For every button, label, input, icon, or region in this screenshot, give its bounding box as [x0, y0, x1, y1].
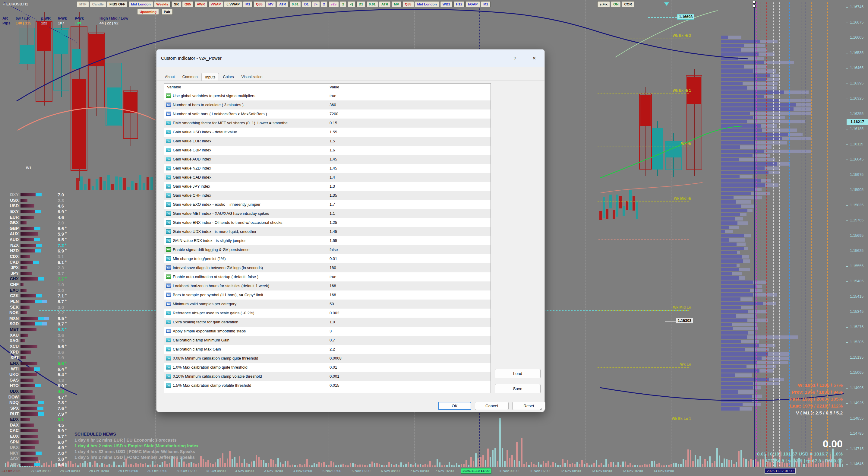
toolbar-button-m1[interactable]: M1 [481, 1, 491, 7]
table-row[interactable]: ½Min change to log/persist (1%)0.01 [164, 254, 491, 263]
toolbar-button-fibs-off[interactable]: FIBS OFF [107, 1, 127, 7]
toolbar-button-weekly[interactable]: Weekly [154, 1, 170, 7]
toolbar-button-item[interactable]: <| [348, 1, 355, 7]
toolbar-button-mv[interactable]: MV [266, 1, 276, 7]
table-row[interactable]: ½Gain value EXO index - exotic = inheren… [164, 200, 491, 209]
ok-button[interactable]: OK [438, 402, 471, 410]
table-row[interactable]: ½Gain value ENX index - Oil tends to tre… [164, 218, 491, 227]
toolbar-button-sr[interactable]: SR [172, 1, 181, 7]
toolbar-button-d1[interactable]: D1 [302, 1, 311, 7]
toolbar-button-q85[interactable]: Q85 [402, 1, 414, 7]
time-axis[interactable]: 24 Oct 202527 Oct 08:0028 Oct 00:0028 Oc… [0, 467, 868, 476]
symbol-dropdown-icon[interactable]: ▼ [2, 3, 5, 6]
resize-grip[interactable] [540, 407, 543, 410]
toolbar-button-2[interactable]: 2 [321, 1, 328, 7]
marker-triangle-icon [664, 2, 669, 6]
table-row[interactable]: ½1.5% Max calibration clamp volatile thr… [164, 381, 491, 390]
table-row[interactable]: ½Reference abs-pct used to scale gains (… [164, 308, 491, 318]
table-row[interactable]: ½Gain value JPY index1.3 [164, 182, 491, 191]
tab-visualization[interactable]: Visualization [238, 73, 266, 81]
tab-common[interactable]: Common [179, 73, 202, 81]
mini-candle [84, 184, 87, 190]
toolbar-button-atr[interactable]: ATR [277, 1, 288, 7]
save-button[interactable]: Save [495, 384, 540, 393]
dialog-titlebar[interactable]: Custom Indicator - v2v_Power ? ✕ [156, 50, 545, 67]
price-axis[interactable]: 1.167451.166751.166051.165351.164651.163… [846, 0, 868, 467]
dialog-close-button[interactable]: ✕ [529, 54, 539, 63]
table-row[interactable]: ½0.08% Minimum calibration clamp quite t… [164, 354, 491, 363]
tab-colors[interactable]: Colors [219, 73, 237, 81]
table-row[interactable]: ½Gain value EUR index1.5 [164, 137, 491, 146]
dialog-help-button[interactable]: ? [510, 54, 520, 63]
table-row[interactable]: ½1.0% Max calibration clamp quite thresh… [164, 363, 491, 372]
volume-bar [137, 464, 139, 467]
table-row[interactable]: Enable sigma drift logging & GV persiste… [164, 245, 491, 254]
toolbar-button-cor[interactable]: COR [622, 1, 634, 7]
table-row[interactable]: ½Gain value AUD index1.45 [164, 155, 491, 164]
table-row[interactable]: 123Number of bars to calculate ( 3 minut… [164, 100, 491, 110]
table-row[interactable]: ½Gain value CAD index1.4 [164, 173, 491, 182]
weekly-level-line [597, 147, 689, 147]
row-variable-name: Gain value USD index - default value [173, 130, 237, 134]
strength-value: 6.9 [45, 383, 64, 388]
table-row[interactable]: ½Gain value USD index - default value1.5… [164, 128, 491, 137]
toolbar-button-0-61[interactable]: 0.61 [289, 1, 301, 7]
volume-bar [461, 464, 462, 467]
table-row[interactable]: ½Gain value CHF index1.35 [164, 191, 491, 200]
toolbar-button-hgap[interactable]: hGAP [466, 1, 480, 7]
volume-bar [415, 463, 416, 467]
cancel-button[interactable]: Cancel [475, 402, 508, 410]
toolbar-button-atr[interactable]: ATR [379, 1, 391, 7]
table-row[interactable]: 123Number of safe bars ( LookbackBars > … [164, 110, 491, 119]
toolbar-button-on[interactable]: ON [611, 1, 621, 7]
toolbar-button-v2v[interactable]: v2v [328, 1, 339, 7]
profile-bar-dark [721, 276, 739, 279]
toolbar-button-candle[interactable]: Candle [90, 1, 106, 7]
table-row[interactable]: 123Lookback horizon in hours for statist… [164, 281, 491, 291]
toolbar-button-2[interactable]: 2 [340, 1, 346, 7]
table-row[interactable]: Enable auto-calibration at startup ( def… [164, 272, 491, 281]
toolbar-button-pair[interactable]: Pair [161, 9, 173, 15]
table-row[interactable]: 123Interval save diags in between GV log… [164, 263, 491, 272]
toolbar-button-q85[interactable]: Q85 [253, 1, 265, 7]
table-row[interactable]: ½EMA smoothing factor for MET vol shares… [164, 119, 491, 128]
toolbar-button-mid-london[interactable]: Mid London [128, 1, 153, 7]
table-row[interactable]: ½Calibration clamp Max Gain2.2 [164, 345, 491, 354]
tab-inputs[interactable]: Inputs [202, 73, 219, 81]
table-row[interactable]: 123Minimum valid samples per category50 [164, 300, 491, 308]
table-row[interactable]: Use global variables to persist sigma mu… [164, 91, 491, 100]
toolbar-button-item[interactable]: |> [312, 1, 320, 7]
toolbar-button-m1[interactable]: M1 [243, 1, 253, 7]
table-row[interactable]: 123Apply simple exponential smoothing st… [164, 327, 491, 336]
toolbar-button-s-fix[interactable]: s.Fix [597, 1, 610, 7]
table-row[interactable]: 123Bars to sample per symbol (H1 bars), … [164, 291, 491, 300]
toolbar-button-awr[interactable]: AWR [194, 1, 208, 7]
table-row[interactable]: ½Gain value MET index - XAU/XAG have int… [164, 209, 491, 218]
toolbar-button-h12[interactable]: H12 [454, 1, 465, 7]
toolbar-button-mid-london[interactable]: Mid London [415, 1, 439, 7]
table-row[interactable]: ½0.10% Minimum calibration clamp volatil… [164, 372, 491, 381]
strength-bar [21, 328, 36, 331]
table-row[interactable]: ½Calibration clamp Minimum Gain0.7 [164, 336, 491, 345]
toolbar-button-wb1[interactable]: WB1 [440, 1, 453, 7]
toolbar-button-q85[interactable]: Q85 [182, 1, 193, 7]
table-row[interactable]: ½GAIN value EDX index - is slightly jump… [164, 236, 491, 245]
toolbar-button-c-vwap[interactable]: c.VWAP [224, 1, 242, 7]
toolbar-button-d1[interactable]: D1 [356, 1, 366, 7]
table-row[interactable]: ½Gain value UDX index - is more liquid, … [164, 227, 491, 236]
toolbar-button-0-61[interactable]: 0.61 [366, 1, 378, 7]
toolbar-button-mtf[interactable]: MTF [77, 1, 89, 7]
symbol-label[interactable]: ▼EURUSD,H1 [2, 2, 28, 6]
toolbar-button-upcoming[interactable]: Upcoming [137, 9, 159, 15]
load-button[interactable]: Load [495, 369, 540, 378]
volume-bar [311, 466, 313, 467]
table-row[interactable]: ½Gain value GBP index1.6 [164, 146, 491, 155]
toolbar-button-mv[interactable]: MV [392, 1, 402, 7]
toolbar-button-vwap[interactable]: VWAP [208, 1, 223, 7]
strength-symbol: EUR [0, 215, 19, 219]
table-row[interactable]: ½Extra scaling factor for gain derivatio… [164, 318, 491, 327]
tab-about[interactable]: About [161, 73, 179, 81]
weekly-level-label-wk-mid-lo: Wk Mid Lo [655, 305, 691, 309]
table-row[interactable]: ½Gain value NZD index1.45 [164, 164, 491, 173]
volume-bar [627, 465, 629, 467]
